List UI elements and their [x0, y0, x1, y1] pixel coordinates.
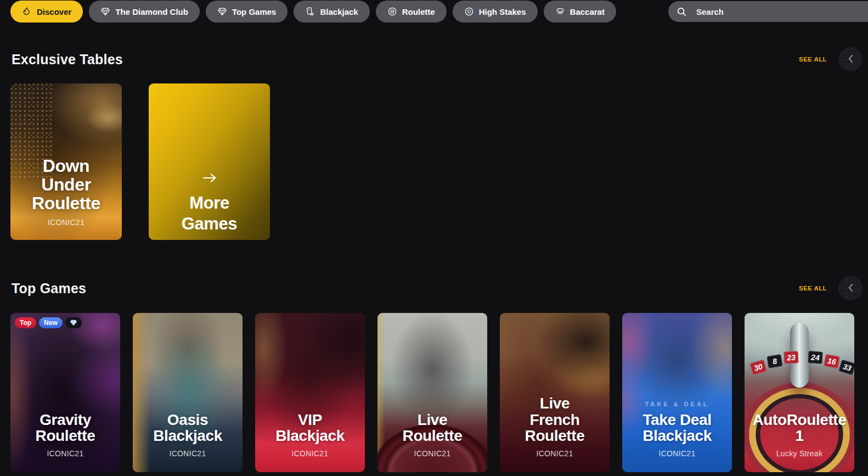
- game-card-gravity-roulette[interactable]: Top New Gravity Roulette ICONIC21: [10, 313, 120, 472]
- exclusive-tables-header: Exclusive Tables SEE ALL: [12, 47, 863, 71]
- game-title: VIP Blackjack: [258, 412, 362, 444]
- table-sign-text: TAKE & DEAL: [622, 401, 732, 407]
- card-caption: Live French Roulette ICONIC21: [500, 395, 610, 472]
- chevron-left-icon: [848, 283, 854, 294]
- nav-item-roulette[interactable]: Roulette: [376, 1, 447, 23]
- nav-item-high-stakes[interactable]: High Stakes: [453, 1, 538, 23]
- game-card-take-deal-blackjack[interactable]: TAKE & DEAL Take Deal Blackjack ICONIC21: [622, 313, 732, 472]
- nav-item-label: Discover: [37, 7, 71, 16]
- game-provider: ICONIC21: [14, 218, 119, 227]
- roulette-number-tile: 8: [766, 354, 782, 368]
- game-provider: ICONIC21: [381, 449, 484, 458]
- game-card-autoroulette-1[interactable]: 30 8 23 24 16 33 AutoRoulette 1 Lucky St…: [745, 313, 854, 472]
- roulette-wheel-icon: [387, 7, 397, 16]
- search-icon: [677, 7, 687, 17]
- game-card-live-roulette[interactable]: Live Roulette ICONIC21: [377, 313, 487, 472]
- game-title: Live Roulette: [381, 412, 484, 444]
- game-card-oasis-blackjack[interactable]: Oasis Blackjack ICONIC21: [133, 313, 243, 472]
- arrow-right-icon: [149, 173, 270, 185]
- nav-item-top-games[interactable]: Top Games: [206, 1, 288, 23]
- diamond-icon: [217, 7, 227, 16]
- cards-chip-icon: [305, 7, 315, 16]
- game-card-down-under-roulette[interactable]: Down Under Roulette ICONIC21: [10, 83, 122, 240]
- more-games-card[interactable]: More Games: [149, 83, 270, 240]
- game-provider: ICONIC21: [136, 449, 239, 458]
- top-games-row: Top New Gravity Roulette ICONIC21 Oasis …: [10, 313, 854, 472]
- baccarat-icon: [555, 7, 565, 16]
- card-caption: Oasis Blackjack ICONIC21: [133, 412, 243, 472]
- card-caption: Gravity Roulette ICONIC21: [10, 412, 120, 472]
- exclusive-see-all-link[interactable]: SEE ALL: [799, 56, 827, 63]
- card-caption: Down Under Roulette ICONIC21: [10, 157, 122, 240]
- nav-item-label: The Diamond Club: [115, 7, 188, 16]
- roulette-number-tile: 16: [824, 354, 839, 368]
- roulette-number-tile: 30: [749, 360, 766, 375]
- section-title-exclusive-tables: Exclusive Tables: [12, 52, 799, 68]
- diamond-badge: [65, 317, 82, 328]
- search-input[interactable]: [695, 7, 868, 17]
- nav-item-label: Roulette: [402, 7, 435, 16]
- game-title: Oasis Blackjack: [136, 412, 239, 444]
- game-title: Live French Roulette: [503, 395, 606, 444]
- chevron-left-icon: [848, 54, 854, 65]
- card-caption: VIP Blackjack ICONIC21: [255, 412, 365, 472]
- nav-item-label: Top Games: [232, 7, 277, 16]
- search-bar: [668, 1, 868, 22]
- section-title-top-games: Top Games: [12, 281, 799, 296]
- chip-star-icon: [464, 7, 474, 16]
- card-caption: More Games: [149, 173, 270, 240]
- nav-item-discover[interactable]: Discover: [10, 1, 83, 23]
- card-caption: AutoRoulette 1 Lucky Streak: [745, 412, 854, 472]
- game-card-vip-blackjack[interactable]: VIP Blackjack ICONIC21: [255, 313, 365, 472]
- card-caption: Live Roulette ICONIC21: [377, 412, 487, 472]
- roulette-number-tile: 24: [808, 351, 822, 364]
- category-nav: Discover The Diamond Club Top Games Blac…: [10, 1, 616, 23]
- exclusive-carousel-prev-button[interactable]: [838, 47, 863, 71]
- game-provider: ICONIC21: [625, 449, 729, 458]
- game-title: Gravity Roulette: [14, 412, 117, 444]
- game-title: Take Deal Blackjack: [625, 412, 729, 444]
- nav-item-label: Blackjack: [320, 7, 358, 16]
- nav-item-baccarat[interactable]: Baccarat: [544, 1, 616, 23]
- exclusive-tables-row: Down Under Roulette ICONIC21 More Games: [10, 83, 270, 240]
- top-badge: Top: [15, 317, 36, 328]
- top-games-carousel-prev-button[interactable]: [838, 276, 863, 300]
- diamond-icon: [100, 7, 110, 16]
- card-badges: Top New: [15, 317, 82, 328]
- flame-icon: [22, 7, 32, 16]
- live-casino-lobby: Discover The Diamond Club Top Games Blac…: [0, 0, 868, 476]
- game-provider: ICONIC21: [14, 449, 117, 458]
- roulette-number-tile: 23: [784, 351, 798, 363]
- more-games-label: More Games: [149, 193, 270, 234]
- nav-item-the-diamond-club[interactable]: The Diamond Club: [89, 1, 200, 23]
- nav-item-blackjack[interactable]: Blackjack: [294, 1, 369, 23]
- nav-item-label: High Stakes: [479, 7, 526, 16]
- new-badge: New: [39, 317, 63, 328]
- top-games-see-all-link[interactable]: SEE ALL: [799, 285, 827, 292]
- game-provider: ICONIC21: [258, 449, 362, 458]
- card-caption: Take Deal Blackjack ICONIC21: [622, 412, 732, 472]
- game-title: AutoRoulette 1: [748, 412, 851, 444]
- game-title: Down Under Roulette: [14, 157, 119, 213]
- top-games-header: Top Games SEE ALL: [12, 276, 863, 300]
- game-card-live-french-roulette[interactable]: Live French Roulette ICONIC21: [500, 313, 610, 472]
- game-provider: ICONIC21: [503, 449, 606, 458]
- roulette-number-tile: 33: [838, 360, 854, 375]
- nav-item-label: Baccarat: [570, 7, 605, 16]
- game-provider: Lucky Streak: [748, 449, 851, 458]
